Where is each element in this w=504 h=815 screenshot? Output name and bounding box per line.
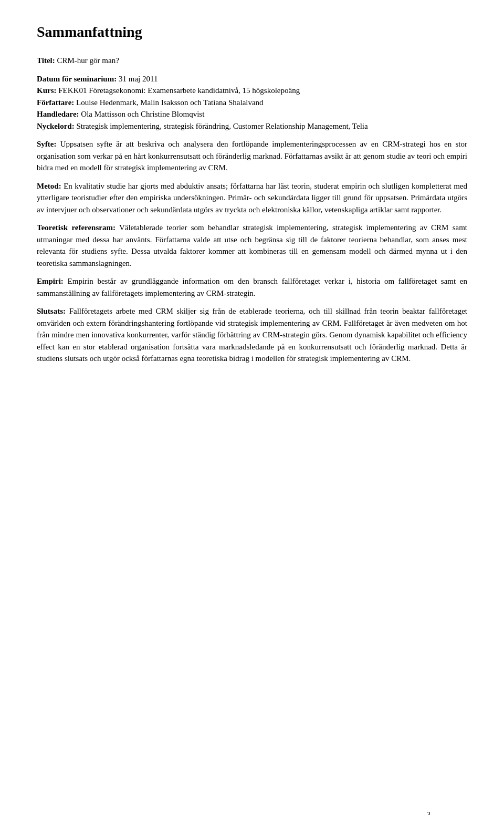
nyckelord-label: Nyckelord: <box>37 122 75 130</box>
page-wrapper: Sammanfattning Titel: CRM-hur gör man? D… <box>37 21 467 815</box>
slutsats-block: Slutsats: Fallföretagets arbete med CRM … <box>37 305 467 365</box>
nyckelord-text: Strategisk implementering, strategisk fö… <box>76 122 368 130</box>
slutsats-label: Slutsats: <box>37 307 66 315</box>
metod-label: Metod: <box>37 182 61 190</box>
forfattare-text: Louise Hedenmark, Malin Isaksson och Tat… <box>76 98 264 107</box>
syfte-text: Uppsatsen syfte är att beskriva och anal… <box>37 140 467 172</box>
empiri-label: Empiri: <box>37 277 64 285</box>
handledare-label: Handledare: <box>37 110 79 118</box>
metod-text: En kvalitativ studie har gjorts med abdu… <box>37 182 467 214</box>
handledare-text: Ola Mattisson och Christine Blomqvist <box>81 110 204 118</box>
kurs-text: FEKK01 Företagsekonomi: Examensarbete ka… <box>58 86 300 95</box>
forfattare-label: Författare: <box>37 98 74 107</box>
titel-text: CRM-hur gör man? <box>57 56 119 65</box>
titel-label: Titel: <box>37 56 55 65</box>
metod-block: Metod: En kvalitativ studie har gjorts m… <box>37 180 467 216</box>
titel-block: Titel: CRM-hur gör man? <box>37 55 467 67</box>
datum-label: Datum för seminarium: <box>37 75 117 83</box>
page-number: 3 <box>427 809 431 816</box>
datum-text: 31 maj 2011 <box>119 75 158 83</box>
slutsats-text: Fallföretagets arbete med CRM skiljer si… <box>37 307 467 363</box>
datum-block: Datum för seminarium: 31 maj 2011 Kurs: … <box>37 73 467 132</box>
kurs-label: Kurs: <box>37 86 57 95</box>
teoretisk-label: Teoretisk referensram: <box>37 223 116 232</box>
empiri-block: Empiri: Empirin består av grundläggande … <box>37 275 467 299</box>
syfte-block: Syfte: Uppsatsen syfte är att beskriva o… <box>37 138 467 174</box>
teoretisk-block: Teoretisk referensram: Väletablerade teo… <box>37 222 467 269</box>
syfte-label: Syfte: <box>37 140 57 148</box>
page-title: Sammanfattning <box>37 21 467 43</box>
empiri-text: Empirin består av grundläggande informat… <box>37 277 467 297</box>
